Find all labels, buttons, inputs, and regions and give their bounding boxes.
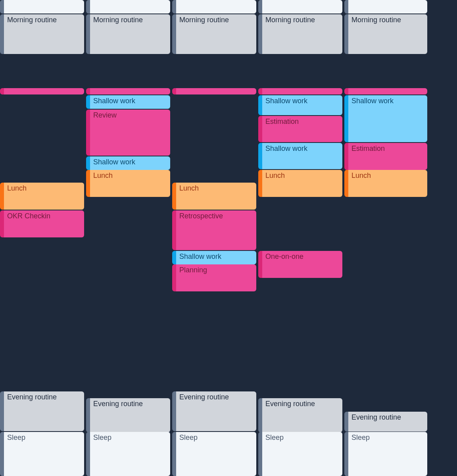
calendar-event[interactable] <box>344 88 427 94</box>
calendar-event[interactable]: Shallow work <box>258 143 342 169</box>
calendar-event[interactable]: Morning routine <box>344 14 427 54</box>
calendar-event[interactable]: Lunch <box>258 170 342 197</box>
event-color-bar <box>86 0 90 13</box>
event-color-bar <box>0 0 4 13</box>
event-label <box>90 0 170 13</box>
event-color-bar <box>344 0 348 13</box>
event-color-bar <box>258 398 262 432</box>
calendar-event[interactable]: Evening routine <box>0 391 84 431</box>
event-color-bar <box>86 156 90 170</box>
event-label <box>4 88 84 94</box>
calendar-event[interactable]: Morning routine <box>172 14 256 54</box>
event-label: Lunch <box>176 183 256 210</box>
calendar-event[interactable]: Shallow work <box>258 95 342 115</box>
calendar-event[interactable]: Review <box>86 110 170 156</box>
event-label: Sleep <box>348 432 427 476</box>
calendar-event[interactable]: Morning routine <box>86 14 170 54</box>
calendar-event[interactable]: Evening routine <box>258 398 342 432</box>
calendar-event[interactable] <box>172 88 256 94</box>
event-color-bar <box>172 210 176 250</box>
calendar-event[interactable]: One-on-one <box>258 251 342 278</box>
calendar-event[interactable]: Sleep <box>86 432 170 476</box>
calendar-event[interactable] <box>86 0 170 13</box>
calendar-event[interactable] <box>0 88 84 94</box>
event-color-bar <box>344 95 348 142</box>
calendar-event[interactable]: Sleep <box>0 432 84 476</box>
calendar-event[interactable] <box>0 0 84 13</box>
event-color-bar <box>258 14 262 54</box>
event-label: Morning routine <box>4 14 84 54</box>
event-color-bar <box>172 251 176 264</box>
calendar-event[interactable]: Morning routine <box>0 14 84 54</box>
event-color-bar <box>344 432 348 476</box>
event-label: Shallow work <box>262 95 342 115</box>
event-color-bar <box>0 183 4 210</box>
event-color-bar <box>172 264 176 291</box>
calendar-event[interactable]: Evening routine <box>86 398 170 432</box>
event-color-bar <box>172 88 176 94</box>
event-label: Shallow work <box>90 156 170 170</box>
calendar-event[interactable]: Lunch <box>0 183 84 210</box>
event-label: Shallow work <box>90 95 170 109</box>
calendar-event[interactable]: Shallow work <box>344 95 427 142</box>
event-label <box>262 88 342 94</box>
event-color-bar <box>86 95 90 109</box>
calendar-event[interactable]: Morning routine <box>258 14 342 54</box>
event-label: Morning routine <box>176 14 256 54</box>
calendar-event[interactable]: Retrospective <box>172 210 256 250</box>
calendar-event[interactable]: Estimation <box>344 143 427 170</box>
event-color-bar <box>258 432 262 476</box>
event-label <box>348 88 427 94</box>
calendar-event[interactable]: Shallow work <box>86 95 170 109</box>
event-label: Lunch <box>4 183 84 210</box>
calendar-event[interactable] <box>86 88 170 94</box>
calendar-event[interactable]: OKR Checkin <box>0 210 84 237</box>
calendar-event[interactable]: Evening routine <box>344 412 427 432</box>
calendar-event[interactable] <box>258 88 342 94</box>
event-color-bar <box>258 0 262 13</box>
calendar-event[interactable]: Lunch <box>344 170 427 197</box>
calendar-event[interactable]: Shallow work <box>86 156 170 170</box>
event-label <box>90 88 170 94</box>
event-label: Review <box>90 110 170 156</box>
event-color-bar <box>258 170 262 197</box>
event-label: Lunch <box>262 170 342 197</box>
event-label: Sleep <box>176 432 256 476</box>
event-color-bar <box>0 14 4 54</box>
event-label: Shallow work <box>176 251 256 264</box>
event-label: Morning routine <box>348 14 427 54</box>
event-color-bar <box>344 14 348 54</box>
calendar-event[interactable]: Sleep <box>258 432 342 476</box>
calendar-event[interactable] <box>258 0 342 13</box>
event-color-bar <box>258 88 262 94</box>
event-label: Evening routine <box>90 398 170 432</box>
calendar-event[interactable]: Sleep <box>172 432 256 476</box>
event-label: Estimation <box>348 143 427 170</box>
event-label <box>348 0 427 13</box>
event-label: Evening routine <box>262 398 342 432</box>
event-label: Evening routine <box>348 412 427 432</box>
calendar-event[interactable]: Lunch <box>86 170 170 197</box>
calendar-event[interactable]: Estimation <box>258 116 342 142</box>
calendar-event[interactable]: Evening routine <box>172 391 256 431</box>
event-color-bar <box>172 432 176 476</box>
event-color-bar <box>258 143 262 169</box>
calendar-event[interactable]: Planning <box>172 264 256 291</box>
event-color-bar <box>86 432 90 476</box>
event-label: Morning routine <box>262 14 342 54</box>
calendar-event[interactable]: Shallow work <box>172 251 256 264</box>
event-label <box>176 0 256 13</box>
event-color-bar <box>86 398 90 432</box>
event-color-bar <box>86 170 90 197</box>
calendar-event[interactable]: Sleep <box>344 432 427 476</box>
event-color-bar <box>0 210 4 237</box>
event-label: Retrospective <box>176 210 256 250</box>
event-label: OKR Checkin <box>4 210 84 237</box>
calendar-event[interactable] <box>344 0 427 13</box>
event-label: Sleep <box>90 432 170 476</box>
event-color-bar <box>172 14 176 54</box>
calendar-event[interactable]: Lunch <box>172 183 256 210</box>
calendar-event[interactable] <box>172 0 256 13</box>
event-color-bar <box>86 110 90 156</box>
event-label: Sleep <box>262 432 342 476</box>
